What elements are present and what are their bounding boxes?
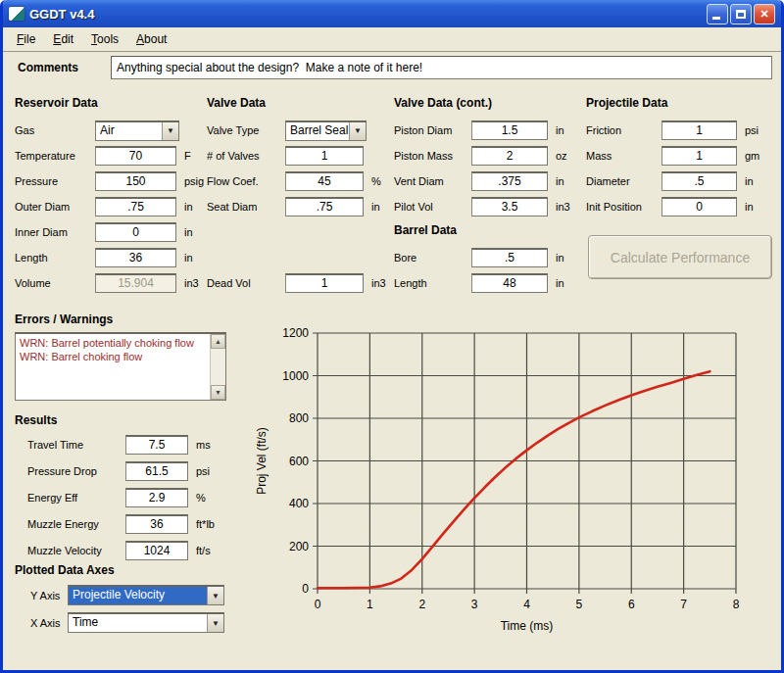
inner-diam-unit: in [184, 226, 193, 238]
comments-input[interactable] [111, 56, 772, 79]
energy-eff-field[interactable]: 2.9 [125, 488, 188, 507]
y-axis-value: Projectile Velocity [69, 587, 207, 604]
valve_cont-group: Valve Data (cont.)Piston Diam1.5inPiston… [394, 96, 570, 219]
dead-vol-field[interactable]: 1 [285, 273, 364, 293]
errors-list: WRN: Barrel potentially choking flowWRN:… [16, 334, 210, 400]
vent-diam-field[interactable]: .375 [471, 171, 548, 191]
row-of-valves: # of Valves1 [207, 143, 386, 168]
chart-x-tick-label: 4 [523, 598, 530, 611]
length-field[interactable]: 48 [471, 273, 548, 293]
pressure-field[interactable]: 150 [95, 171, 176, 191]
row-seat-diam: Seat Diam.75in [207, 194, 386, 219]
length-unit: in [184, 252, 193, 264]
gas-value: Air [96, 122, 162, 140]
scroll-down-icon[interactable]: ▼ [211, 385, 225, 400]
mass-unit: gm [745, 150, 760, 162]
piston-mass-field[interactable]: 2 [471, 146, 548, 166]
muzzle-energy-field[interactable]: 36 [125, 514, 188, 534]
seat-diam-field[interactable]: .75 [285, 197, 364, 216]
projectile-heading: Projectile Data [586, 96, 760, 112]
chart-x-axis-title: Time (ms) [501, 619, 554, 633]
projectile-group: Projectile DataFriction1psiMass1gmDiamet… [586, 96, 760, 219]
y-axis-combo[interactable]: Projectile Velocity ▼ [68, 585, 224, 605]
chart-x-tick-label: 6 [628, 598, 635, 611]
valve_cont-heading: Valve Data (cont.) [394, 96, 570, 112]
row-volume: Volume15.904in3 [15, 270, 204, 296]
row-length: Length48in [394, 270, 564, 296]
chart-x-tick-label: 3 [471, 598, 478, 611]
of-valves-field[interactable]: 1 [285, 146, 364, 166]
calculate-performance-button[interactable]: Calculate Performance [588, 235, 772, 279]
row-piston-mass: Piston Mass2oz [394, 143, 570, 168]
muzzle-velocity-label: Muzzle Velocity [27, 545, 125, 556]
diameter-field[interactable]: .5 [662, 171, 737, 191]
init-position-unit: in [745, 201, 754, 213]
mass-field[interactable]: 1 [662, 146, 737, 166]
piston-diam-label: Piston Diam [394, 124, 471, 136]
row-energy-eff: Energy Eff2.9% [27, 485, 206, 510]
row-muzzle-velocity: Muzzle Velocity1024ft/s [27, 538, 211, 563]
scroll-up-icon[interactable]: ▲ [211, 334, 225, 349]
title-bar[interactable]: GGDT v4.4 ✕ [3, 0, 781, 27]
friction-unit: psi [745, 124, 759, 136]
row-bore: Bore.5in [394, 245, 564, 270]
chevron-down-icon[interactable]: ▼ [349, 122, 366, 140]
errors-scrollbar[interactable]: ▲ ▼ [210, 334, 225, 400]
performance-chart: 012345678020040060080010001200Time (ms)P… [248, 313, 782, 651]
bore-label: Bore [394, 252, 471, 264]
menu-tools[interactable]: Tools [83, 29, 126, 49]
x-axis-combo[interactable]: Time ▼ [68, 612, 224, 633]
chart-x-tick-label: 5 [576, 598, 583, 611]
close-icon: ✕ [760, 8, 768, 20]
init-position-field[interactable]: 0 [662, 197, 737, 216]
menu-about[interactable]: About [128, 29, 174, 49]
pressure-drop-unit: psi [196, 465, 210, 477]
chart-y-tick-label: 1000 [282, 369, 309, 383]
valve-type-combo[interactable]: Barrel Seal▼ [285, 120, 367, 141]
bore-unit: in [556, 252, 564, 264]
chevron-down-icon[interactable]: ▼ [207, 614, 223, 632]
chevron-down-icon[interactable]: ▼ [207, 587, 223, 604]
gas-combo[interactable]: Air▼ [95, 120, 179, 141]
chart-x-tick-label: 2 [418, 598, 425, 611]
row-pilot-vol: Pilot Vol3.5in3 [394, 194, 570, 219]
length-field[interactable]: 36 [95, 248, 176, 267]
x-axis-label: X Axis [30, 617, 68, 629]
outer-diam-label: Outer Diam [15, 201, 95, 213]
minimize-button[interactable] [707, 4, 728, 24]
outer-diam-field[interactable]: .75 [95, 197, 176, 216]
travel-time-field[interactable]: 7.5 [125, 435, 188, 455]
piston-mass-label: Piston Mass [394, 150, 471, 162]
pilot-vol-unit: in3 [556, 201, 570, 213]
row-friction: Friction1psi [586, 118, 760, 143]
menu-file[interactable]: File [9, 29, 43, 49]
dead-vol-label: Dead Vol [207, 277, 285, 289]
length-label: Length [394, 277, 471, 289]
inner-diam-field[interactable]: 0 [95, 222, 176, 242]
muzzle-velocity-field[interactable]: 1024 [125, 541, 188, 560]
piston-diam-field[interactable]: 1.5 [471, 120, 548, 140]
temperature-field[interactable]: 70 [95, 146, 176, 166]
flow-coef-field[interactable]: 45 [285, 171, 364, 191]
friction-field[interactable]: 1 [662, 120, 737, 140]
row-length: Length36in [15, 245, 204, 270]
bore-field[interactable]: .5 [471, 248, 548, 267]
row-dead-vol: Dead Vol1in3 [207, 270, 386, 296]
y-axis-label: Y Axis [30, 590, 68, 601]
row-temperature: Temperature70F [15, 143, 204, 168]
plotted-data-axes-heading: Plotted Data Axes [15, 563, 115, 579]
reservoir-heading: Reservoir Data [15, 96, 204, 112]
valve-group: Valve DataValve TypeBarrel Seal▼# of Val… [207, 96, 386, 296]
pressure-unit: psig [184, 175, 204, 187]
pressure-drop-field[interactable]: 61.5 [125, 461, 188, 481]
flow-coef-unit: % [371, 175, 381, 187]
pilot-vol-field[interactable]: 3.5 [471, 197, 548, 216]
menu-edit[interactable]: Edit [45, 29, 81, 49]
vent-diam-unit: in [556, 175, 564, 187]
close-button[interactable]: ✕ [754, 4, 775, 24]
muzzle-energy-unit: ft*lb [196, 518, 215, 530]
errors-warnings-heading: Errors / Warnings [15, 312, 113, 328]
chevron-down-icon[interactable]: ▼ [162, 122, 178, 140]
maximize-button[interactable] [730, 4, 752, 24]
errors-listbox[interactable]: WRN: Barrel potentially choking flowWRN:… [15, 332, 226, 401]
